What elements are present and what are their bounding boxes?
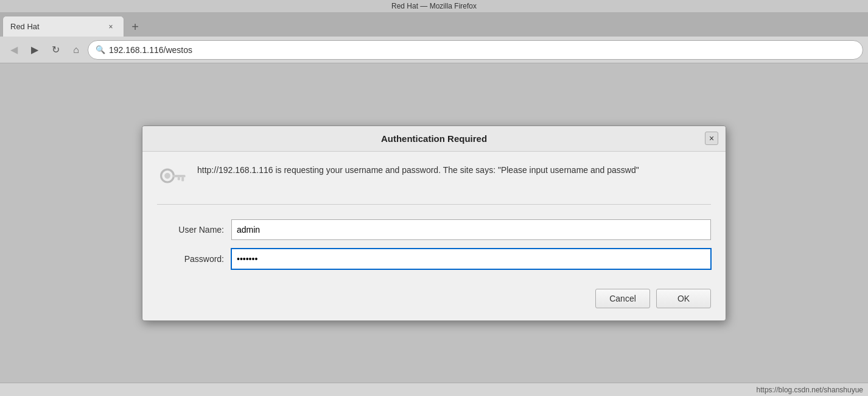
page-content: Authentication Required × (0, 63, 868, 383)
password-label: Password: (157, 254, 224, 264)
password-input[interactable] (231, 249, 711, 269)
svg-rect-3 (181, 177, 184, 181)
nav-bar: ◀ ▶ ↻ ⌂ 🔍 (0, 37, 868, 63)
dialog-overlay: Authentication Required × (0, 63, 868, 383)
title-bar: Red Hat — Mozilla Firefox (0, 0, 868, 12)
key-icon (157, 165, 187, 194)
tab-bar: Red Hat × + (0, 12, 868, 37)
dialog-close-button[interactable]: × (705, 132, 718, 145)
reload-button[interactable]: ↻ (46, 41, 65, 59)
home-button[interactable]: ⌂ (67, 41, 85, 59)
svg-rect-2 (173, 175, 186, 177)
status-bar: https://blog.csdn.net/shanshuyue (0, 383, 868, 396)
address-bar-input[interactable] (109, 45, 855, 55)
back-icon: ◀ (10, 44, 18, 55)
dialog-footer: Cancel OK (157, 281, 711, 308)
browser-window: Red Hat — Mozilla Firefox Red Hat × + ◀ … (0, 0, 868, 396)
browser-tab[interactable]: Red Hat × (2, 16, 124, 37)
status-url: https://blog.csdn.net/shanshuyue (757, 386, 863, 394)
back-button[interactable]: ◀ (5, 41, 23, 59)
forward-icon: ▶ (31, 44, 38, 55)
tab-close-button[interactable]: × (105, 21, 116, 32)
svg-rect-4 (178, 177, 180, 180)
reload-icon: ↻ (52, 44, 60, 55)
title-bar-text: Red Hat — Mozilla Firefox (391, 2, 477, 10)
auth-dialog: Authentication Required × (142, 126, 726, 321)
dialog-titlebar: Authentication Required × (142, 126, 726, 152)
username-row: User Name: (157, 219, 711, 240)
home-icon: ⌂ (73, 44, 79, 55)
dialog-info-row: http://192.168.1.116 is requesting your … (157, 164, 711, 205)
dialog-title: Authentication Required (381, 133, 487, 144)
new-tab-button[interactable]: + (127, 18, 144, 35)
username-label: User Name: (157, 225, 224, 235)
ok-button[interactable]: OK (656, 289, 711, 308)
address-search-icon: 🔍 (96, 45, 105, 54)
tab-label: Red Hat (10, 22, 40, 31)
dialog-body: http://192.168.1.116 is requesting your … (142, 152, 726, 320)
dialog-message: http://192.168.1.116 is requesting your … (197, 164, 639, 177)
cancel-button[interactable]: Cancel (595, 289, 650, 308)
svg-point-1 (164, 172, 170, 179)
password-row: Password: (157, 249, 711, 269)
forward-button[interactable]: ▶ (26, 41, 44, 59)
address-bar-container: 🔍 (88, 40, 863, 60)
username-input[interactable] (231, 219, 711, 240)
